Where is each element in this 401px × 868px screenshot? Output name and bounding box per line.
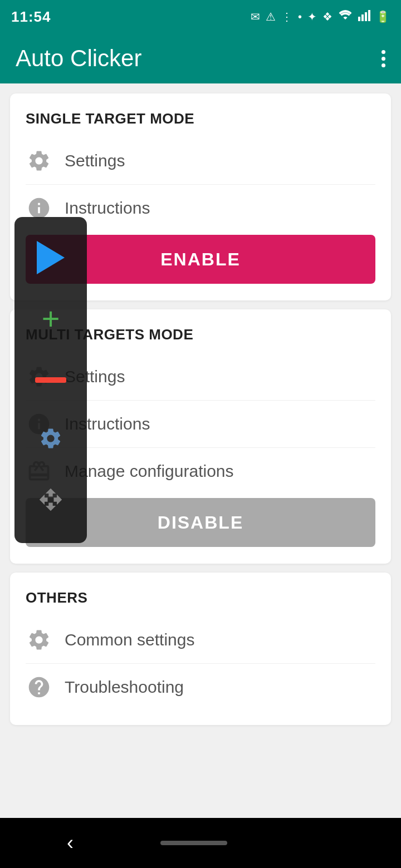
play-icon [37,241,65,274]
troubleshooting-item[interactable]: Troubleshooting [26,666,375,708]
single-instructions-label: Instructions [65,199,150,218]
toolbar-move-button[interactable] [14,472,87,533]
app-bar: Auto Clicker [0,33,401,83]
toolbar-add-button[interactable]: + [14,288,87,349]
status-icons: ✉ ⚠ ⋮ • ✦ ❖ 🔋 [251,10,390,24]
dot1 [382,50,385,54]
single-settings-icon [26,147,52,174]
vibrate-icon: ❖ [322,10,332,23]
wifi-icon [338,10,353,24]
floating-toolbar: + [14,217,87,543]
svg-rect-0 [358,17,360,21]
svg-rect-2 [365,12,367,21]
more-options-button[interactable] [382,50,385,67]
common-settings-label: Common settings [65,630,194,649]
signal-icon [358,10,370,24]
svg-rect-3 [368,10,370,21]
bluetooth-icon: ✦ [307,10,317,23]
single-settings-label: Settings [65,151,125,170]
dot-icon: • [298,11,302,23]
bottom-spacer [10,734,391,790]
divider1 [26,184,375,185]
troubleshooting-icon [26,674,52,701]
manage-configs-label: Manage configurations [65,462,234,481]
status-bar: 11:54 ✉ ⚠ ⋮ • ✦ ❖ 🔋 [0,0,401,33]
toolbar-gear-icon [38,426,63,456]
battery-icon: 🔋 [376,10,390,23]
others-title: OTHERS [26,589,375,606]
message-icon: ✉ [251,10,260,23]
others-card: OTHERS Common settings Troubleshooting [10,573,391,725]
troubleshooting-label: Troubleshooting [65,678,184,697]
warning-icon: ⚠ [266,10,276,23]
add-icon: + [42,303,60,334]
move-icon [38,487,63,517]
bottom-nav: ‹ [0,818,401,868]
toolbar-play-button[interactable] [14,227,87,288]
common-settings-icon [26,627,52,653]
remove-icon [35,377,66,383]
divider4 [26,663,375,664]
single-settings-item[interactable]: Settings [26,140,375,182]
dot2 [382,57,385,61]
toolbar-remove-button[interactable] [14,349,87,411]
single-target-title: SINGLE TARGET MODE [26,110,375,127]
svg-rect-1 [361,14,364,21]
back-button[interactable]: ‹ [67,831,74,855]
signal-dots-icon: ⋮ [281,10,292,23]
home-indicator[interactable] [160,841,227,845]
common-settings-item[interactable]: Common settings [26,619,375,661]
app-title: Auto Clicker [16,45,141,72]
toolbar-settings-button[interactable] [14,411,87,472]
dot3 [382,63,385,67]
time: 11:54 [11,8,51,26]
